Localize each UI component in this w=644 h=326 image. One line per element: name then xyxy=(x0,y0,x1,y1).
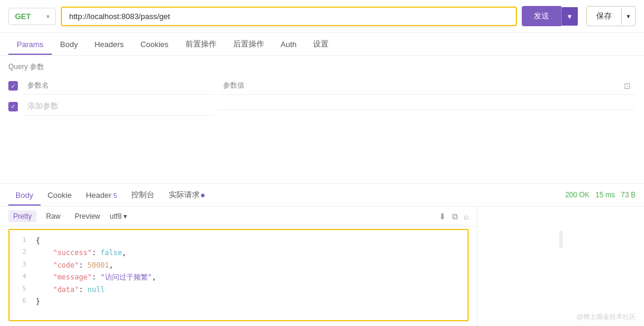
format-bar: Pretty Raw Preview utf8 ▾ ⬇ ⧉ ⌕ xyxy=(0,207,477,226)
save-button[interactable]: 保存 xyxy=(587,7,621,26)
code-line-2: 2 "success": false, xyxy=(10,247,467,259)
format-preview[interactable]: Preview xyxy=(70,210,105,222)
code-line-5: 5 "data": null xyxy=(10,284,467,296)
method-chevron-icon: ▾ xyxy=(47,13,49,20)
watermark: @稀土掘金技术社区 xyxy=(577,312,636,321)
param-value-header: 参数值 ⊡ xyxy=(218,77,636,95)
response-size: 73 B xyxy=(621,191,636,199)
params-section: Query 参数 ✓ 参数名 参数值 ⊡ ✓ 添加参数 xyxy=(0,56,644,183)
param-header-row: ✓ 参数名 参数值 ⊡ xyxy=(8,77,636,95)
tab-auth[interactable]: Auth xyxy=(273,34,305,55)
encoding-label: utf8 xyxy=(110,212,122,221)
code-line-3: 3 "code": 50001, xyxy=(10,259,467,271)
tab-cookies[interactable]: Cookies xyxy=(132,34,177,55)
resp-tab-body[interactable]: Body xyxy=(8,185,41,206)
add-checkbox[interactable]: ✓ xyxy=(8,102,18,111)
code-line-4: 4 "message": "访问过于频繁", xyxy=(10,271,467,283)
tab-headers[interactable]: Headers xyxy=(86,34,132,55)
response-icons: ⬇ ⧉ ⌕ xyxy=(439,212,469,222)
tabs-row: Params Body Headers Cookies 前置操作 后置操作 Au… xyxy=(0,33,644,56)
method-select[interactable]: GET ▾ xyxy=(8,8,56,25)
resp-tab-console[interactable]: 控制台 xyxy=(124,184,162,206)
tab-post-script[interactable]: 后置操作 xyxy=(225,33,273,55)
response-time: 15 ms xyxy=(596,191,615,199)
code-area: 1 { 2 "success": false, 3 "code": 50001, xyxy=(8,229,469,321)
method-text: GET xyxy=(15,12,31,21)
add-param-row: ✓ 添加参数 xyxy=(8,97,636,116)
encoding-select[interactable]: utf8 ▾ xyxy=(110,212,127,221)
resp-tab-header[interactable]: Header 5 xyxy=(79,185,124,206)
url-input[interactable] xyxy=(61,7,517,26)
code-line-1: 1 { xyxy=(10,235,467,247)
search-icon[interactable]: ⌕ xyxy=(464,212,469,221)
dot-icon xyxy=(201,194,205,197)
add-param-value xyxy=(218,103,636,110)
response-status: 200 OK 15 ms 73 B xyxy=(565,191,636,199)
add-param-input[interactable]: 添加参数 xyxy=(23,97,213,116)
response-section: Body Cookie Header 5 控制台 实际请求 200 OK 15 … xyxy=(0,183,644,326)
add-check-icon: ✓ xyxy=(11,103,16,110)
edit-icon[interactable]: ⊡ xyxy=(624,81,631,91)
status-ok: 200 OK xyxy=(565,191,590,199)
header-badge: 5 xyxy=(113,192,117,199)
download-icon[interactable]: ⬇ xyxy=(439,212,446,221)
check-icon: ✓ xyxy=(11,83,16,89)
top-bar: GET ▾ 发送 ▾ 保存 ▾ xyxy=(0,0,644,33)
response-body: Pretty Raw Preview utf8 ▾ ⬇ ⧉ ⌕ xyxy=(0,207,644,326)
encoding-chevron-icon: ▾ xyxy=(123,212,127,221)
copy-icon[interactable]: ⧉ xyxy=(452,212,458,222)
resp-tab-actual[interactable]: 实际请求 xyxy=(162,184,212,206)
query-params-label: Query 参数 xyxy=(8,62,636,72)
resp-tab-cookie[interactable]: Cookie xyxy=(41,185,79,206)
response-tabs: Body Cookie Header 5 控制台 实际请求 xyxy=(8,184,212,206)
code-line-6: 6 } xyxy=(10,296,467,308)
tab-params[interactable]: Params xyxy=(8,34,52,55)
tab-pre-script[interactable]: 前置操作 xyxy=(177,33,225,55)
tab-settings[interactable]: 设置 xyxy=(305,33,337,55)
format-pretty[interactable]: Pretty xyxy=(8,210,36,222)
response-top: Body Cookie Header 5 控制台 实际请求 200 OK 15 … xyxy=(0,184,644,207)
response-left: Pretty Raw Preview utf8 ▾ ⬇ ⧉ ⌕ xyxy=(0,207,477,326)
header-checkbox[interactable]: ✓ xyxy=(8,81,18,91)
tab-body[interactable]: Body xyxy=(52,34,86,55)
send-button-group: 发送 ▾ xyxy=(522,6,578,26)
send-button[interactable]: 发送 xyxy=(522,6,561,26)
param-name-header: 参数名 xyxy=(23,77,213,95)
format-raw[interactable]: Raw xyxy=(41,210,65,222)
send-dropdown-button[interactable]: ▾ xyxy=(561,7,578,26)
save-button-group: 保存 ▾ xyxy=(586,6,636,26)
save-dropdown-button[interactable]: ▾ xyxy=(621,8,635,24)
response-right xyxy=(477,207,644,326)
